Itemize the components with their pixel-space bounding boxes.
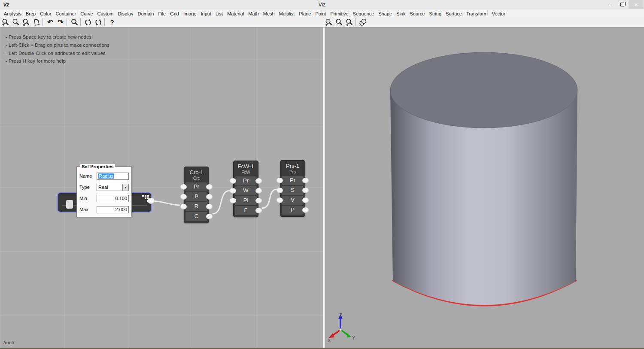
menu-item[interactable]: Plane bbox=[297, 10, 313, 18]
output-pin[interactable] bbox=[255, 198, 262, 203]
input-pin[interactable] bbox=[276, 178, 283, 183]
close-button[interactable]: × bbox=[629, 0, 644, 9]
max-input[interactable]: 2.000 bbox=[97, 206, 129, 213]
input-pin[interactable] bbox=[180, 194, 187, 200]
output-pin[interactable] bbox=[302, 178, 309, 183]
type-dropdown[interactable]: Real▼ bbox=[97, 184, 129, 191]
attribute-label: V bbox=[291, 197, 295, 203]
node-attribute-row[interactable]: Pr bbox=[282, 176, 304, 185]
menu-item[interactable]: Brep bbox=[24, 10, 38, 18]
attribute-label: P bbox=[291, 206, 295, 213]
menu-item[interactable]: Input bbox=[199, 10, 213, 18]
menu-item[interactable]: Shape bbox=[376, 10, 394, 18]
viewport-zoom-out-button[interactable]: − bbox=[334, 18, 344, 27]
viewport-zoom-cancel-button[interactable]: x bbox=[345, 18, 354, 27]
menu-item[interactable]: Grid bbox=[168, 10, 181, 18]
chevron-down-icon[interactable]: ▼ bbox=[122, 184, 128, 191]
node-fcw-1[interactable]: FcW-1 FcW Pr W Pl F bbox=[233, 161, 258, 217]
type-value: Real bbox=[98, 185, 108, 190]
menu-item[interactable]: Image bbox=[181, 10, 199, 18]
menu-item[interactable]: Source bbox=[407, 10, 427, 18]
zoom-cancel-button[interactable]: x bbox=[21, 18, 31, 27]
input-pin[interactable] bbox=[276, 188, 283, 193]
recompute-button[interactable] bbox=[83, 18, 93, 27]
viewport-zoom-in-button[interactable]: + bbox=[324, 18, 334, 27]
undo-button[interactable]: ↶ bbox=[46, 18, 55, 27]
zoom-out-button[interactable]: − bbox=[11, 18, 21, 27]
output-pin[interactable] bbox=[255, 188, 262, 194]
node-attribute-row[interactable]: Pl bbox=[235, 196, 257, 205]
new-document-button[interactable] bbox=[32, 18, 41, 27]
node-attribute-row[interactable]: P bbox=[282, 206, 304, 215]
menu-item[interactable]: Math bbox=[246, 10, 261, 18]
output-pin[interactable] bbox=[255, 208, 262, 213]
menu-item[interactable]: Curve bbox=[78, 10, 95, 18]
output-pin[interactable] bbox=[255, 178, 262, 184]
search-icon bbox=[70, 18, 79, 27]
recompute-all-icon bbox=[94, 18, 103, 27]
menu-item[interactable]: Mesh bbox=[261, 10, 277, 18]
minimize-button[interactable]: – bbox=[604, 0, 616, 9]
search-button[interactable] bbox=[70, 18, 79, 27]
menu-item[interactable]: Multilist bbox=[277, 10, 297, 18]
node-attribute-row[interactable]: S bbox=[282, 186, 304, 195]
node-attribute-row[interactable]: R bbox=[185, 202, 207, 211]
node-attribute-row[interactable]: P bbox=[185, 192, 207, 201]
menu-item[interactable]: Point bbox=[313, 10, 328, 18]
help-button[interactable]: ? bbox=[107, 18, 117, 27]
input-pin[interactable] bbox=[230, 198, 236, 203]
recompute-all-button[interactable] bbox=[94, 18, 103, 27]
wire-slider-to-crc bbox=[151, 201, 180, 205]
menu-item[interactable]: Color bbox=[38, 10, 53, 18]
menu-item[interactable]: Primitive bbox=[328, 10, 351, 18]
zoom-in-button[interactable]: + bbox=[1, 18, 10, 27]
redo-button[interactable]: ↷ bbox=[56, 18, 65, 27]
node-prs-1[interactable]: Prs-1 Prs Pr S V P bbox=[280, 160, 305, 217]
menu-item[interactable]: Domain bbox=[136, 10, 156, 18]
node-attribute-row[interactable]: W bbox=[235, 186, 257, 195]
output-pin[interactable] bbox=[206, 214, 213, 219]
menu-item[interactable]: Container bbox=[54, 10, 79, 18]
menu-item[interactable]: List bbox=[213, 10, 225, 18]
output-pin[interactable] bbox=[206, 184, 213, 190]
input-pin[interactable] bbox=[180, 184, 187, 190]
cylinder-render: Z X Y bbox=[325, 27, 644, 348]
menu-item[interactable]: String bbox=[427, 10, 444, 18]
node-editor-canvas[interactable]: - Press Space key to create new nodes- L… bbox=[0, 27, 323, 348]
input-pin[interactable] bbox=[230, 178, 236, 184]
node-attribute-row[interactable]: Pr bbox=[235, 176, 257, 185]
min-input[interactable]: 0.100 bbox=[97, 195, 129, 202]
output-pin[interactable] bbox=[302, 188, 309, 193]
x-axis-label: X bbox=[328, 338, 331, 343]
menu-item[interactable]: Display bbox=[115, 10, 135, 18]
display-mode-button[interactable] bbox=[358, 18, 368, 27]
menu-item[interactable]: Custom bbox=[95, 10, 116, 18]
slider-handle[interactable] bbox=[66, 200, 73, 209]
output-pin[interactable] bbox=[302, 197, 309, 203]
output-pin[interactable] bbox=[206, 204, 213, 209]
input-pin[interactable] bbox=[230, 188, 236, 194]
menu-item[interactable]: Material bbox=[225, 10, 246, 18]
node-attribute-row[interactable]: C bbox=[185, 212, 207, 221]
input-pin[interactable] bbox=[180, 204, 187, 209]
node-attribute-row[interactable]: F bbox=[235, 206, 257, 215]
menu-item[interactable]: Sequence bbox=[351, 10, 377, 18]
menu-item[interactable]: Surface bbox=[444, 10, 464, 18]
output-pin[interactable] bbox=[206, 194, 213, 200]
menu-item[interactable]: Analysis bbox=[2, 10, 24, 18]
name-input[interactable]: Radius bbox=[97, 173, 129, 180]
slider-output-pin[interactable] bbox=[148, 198, 155, 204]
restore-button[interactable] bbox=[616, 0, 629, 9]
menu-item[interactable]: Sink bbox=[394, 10, 407, 18]
max-label: Max bbox=[79, 207, 88, 212]
input-pin[interactable] bbox=[276, 197, 283, 203]
viewport-3d[interactable]: Z X Y bbox=[325, 27, 644, 348]
node-attribute-row[interactable]: V bbox=[282, 196, 304, 205]
menu-item[interactable]: Transform bbox=[464, 10, 490, 18]
node-attribute-row[interactable]: Pr bbox=[185, 182, 207, 191]
output-pin[interactable] bbox=[302, 207, 309, 213]
menu-item[interactable]: File bbox=[156, 10, 168, 18]
selected-text: Radius bbox=[98, 173, 114, 179]
node-crc-1[interactable]: Crc-1 Crc Pr P R C bbox=[184, 167, 209, 223]
menu-item[interactable]: Vector bbox=[490, 10, 507, 18]
